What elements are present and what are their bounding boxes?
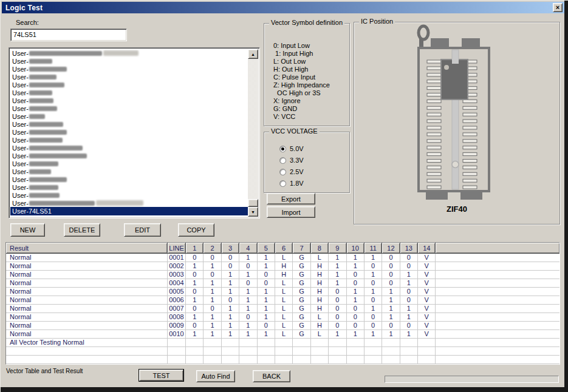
- table-row[interactable]: Normal000211001HGH11000V: [6, 262, 559, 271]
- table-empty-row[interactable]: [6, 347, 559, 356]
- table-header-cell[interactable]: Result: [6, 243, 168, 253]
- export-button[interactable]: Export: [267, 193, 315, 204]
- table-header-cell[interactable]: 5: [258, 243, 275, 253]
- list-item[interactable]: User-: [10, 175, 248, 183]
- table-header-cell[interactable]: 13: [400, 243, 418, 253]
- list-item[interactable]: User-: [10, 199, 248, 207]
- table-cell-line: [168, 364, 186, 365]
- new-button[interactable]: NEW: [10, 223, 45, 237]
- table-cell-line: [168, 356, 186, 364]
- list-item[interactable]: User-: [10, 183, 248, 191]
- radio-option[interactable]: 3.3V: [279, 156, 304, 164]
- table-header-cell[interactable]: 10: [347, 243, 364, 253]
- window-title: Logic Test: [5, 4, 43, 12]
- vector-symbol-line: 0: Input Low: [264, 42, 349, 50]
- list-item[interactable]: User-: [10, 144, 248, 152]
- table-cell-line: 0002: [168, 262, 186, 271]
- list-item[interactable]: User-: [10, 89, 248, 96]
- table-empty-row[interactable]: [6, 364, 559, 365]
- list-item[interactable]: User-: [10, 73, 248, 81]
- table-row[interactable]: Normal000700111LGH00111V: [6, 305, 559, 313]
- table-summary-row[interactable]: All Vector Testing Normal: [6, 339, 559, 347]
- import-button[interactable]: Import: [267, 206, 315, 218]
- table-row[interactable]: Normal000901110LGH00000V: [6, 322, 559, 330]
- table-empty-row[interactable]: [6, 356, 559, 364]
- table-cell-value: 1: [347, 330, 364, 339]
- table-row[interactable]: Normal000811101LGL00011V: [6, 313, 559, 322]
- table-cell-value: [293, 339, 310, 347]
- list-item-prefix: User-: [12, 144, 29, 152]
- list-item[interactable]: User-: [10, 160, 248, 167]
- delete-button[interactable]: DELETE: [64, 223, 100, 237]
- table-header-cell[interactable]: LINE: [168, 243, 186, 253]
- list-scrollbar[interactable]: ▲ ▼: [248, 49, 258, 217]
- list-item-blurred-text: [29, 59, 52, 64]
- scrollbar-thumb[interactable]: [248, 199, 258, 207]
- auto-find-button[interactable]: Auto Find: [196, 370, 235, 382]
- title-bar[interactable]: Logic Test ×: [2, 2, 564, 13]
- table-row[interactable]: Normal000100011LGL11100V: [6, 254, 559, 262]
- table-header-cell[interactable]: 8: [311, 243, 329, 253]
- list-item[interactable]: User-: [10, 136, 248, 144]
- table-header-cell[interactable]: 1: [186, 243, 204, 253]
- radio-circle[interactable]: [279, 157, 286, 164]
- table-header-cell[interactable]: 4: [239, 243, 257, 253]
- radio-circle[interactable]: [279, 169, 286, 175]
- radio-circle[interactable]: [279, 180, 286, 187]
- search-input[interactable]: 74LS51: [10, 29, 127, 41]
- list-item[interactable]: User-: [10, 104, 248, 112]
- table-cell-value: 1: [347, 262, 364, 271]
- list-item[interactable]: User-: [10, 112, 248, 120]
- edit-button[interactable]: EDIT: [124, 223, 161, 237]
- radio-option[interactable]: 1.8V: [279, 179, 304, 188]
- table-cell-value: 1: [186, 296, 204, 305]
- copy-button[interactable]: COPY: [178, 223, 214, 237]
- table-cell-value: 0: [347, 313, 364, 322]
- table-header-cell[interactable]: 7: [293, 243, 310, 253]
- table-cell-value: 0: [364, 262, 382, 271]
- table-header-cell[interactable]: 11: [364, 243, 382, 253]
- list-item[interactable]: User-: [10, 120, 248, 128]
- result-table[interactable]: ResultLINE1234567891011121314 Normal0001…: [5, 242, 560, 365]
- test-button[interactable]: TEST: [139, 370, 183, 381]
- table-cell-value: [347, 347, 364, 356]
- table-cell-value: [239, 339, 257, 347]
- table-cell-value: L: [311, 254, 329, 262]
- radio-option[interactable]: 5.0V: [279, 144, 304, 153]
- device-listbox[interactable]: User-User-User-User-User-User-User-User-…: [9, 47, 260, 218]
- table-header-cell[interactable]: 12: [382, 243, 400, 253]
- table-row[interactable]: Normal000501111LGH01110V: [6, 288, 559, 296]
- table-row[interactable]: Normal000411100LGH10001V: [6, 279, 559, 288]
- list-item-selected[interactable]: User-74LS51: [10, 207, 248, 215]
- table-header-cell[interactable]: 14: [418, 243, 436, 253]
- table-header-cell[interactable]: 2: [204, 243, 221, 253]
- scroll-up-icon[interactable]: ▲: [248, 49, 258, 59]
- radio-circle[interactable]: [279, 146, 286, 152]
- table-header-cell[interactable]: 6: [275, 243, 293, 253]
- table-row[interactable]: Normal000300110HGH10101V: [6, 271, 559, 279]
- table-cell-value: 1: [204, 313, 221, 322]
- vector-symbol-line: OC High or 3S: [264, 89, 349, 97]
- list-item-prefix: User-: [12, 192, 29, 199]
- scroll-down-icon[interactable]: ▼: [248, 207, 258, 217]
- table-row[interactable]: Normal000611011LGH01010V: [6, 296, 559, 305]
- close-icon[interactable]: ×: [553, 3, 563, 12]
- table-header-cell[interactable]: 9: [329, 243, 346, 253]
- list-item[interactable]: User-: [10, 49, 248, 57]
- list-item[interactable]: User-: [10, 57, 248, 65]
- list-item[interactable]: User-: [10, 65, 248, 73]
- list-item-blurred-text: [29, 90, 52, 95]
- table-header-cell[interactable]: 3: [222, 243, 239, 253]
- list-item[interactable]: User-: [10, 191, 248, 199]
- pin-slot: [463, 113, 477, 116]
- back-button[interactable]: BACK: [253, 370, 290, 382]
- table-row[interactable]: Normal001011111LGL11111V: [6, 330, 559, 339]
- list-item[interactable]: User-: [10, 152, 248, 160]
- radio-option[interactable]: 2.5V: [279, 167, 304, 176]
- table-cell-result: [6, 347, 168, 356]
- list-item[interactable]: User-: [10, 128, 248, 136]
- list-item[interactable]: User-: [10, 96, 248, 104]
- table-cell-value: V: [418, 322, 436, 330]
- list-item[interactable]: User-: [10, 167, 248, 175]
- list-item[interactable]: User-: [10, 81, 248, 89]
